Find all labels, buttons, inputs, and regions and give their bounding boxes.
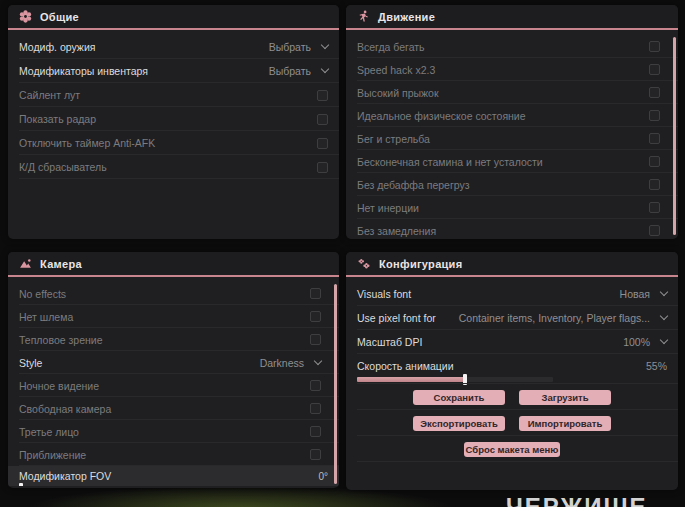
chevron-down-icon [660,336,668,344]
fov-value: 0° [318,471,328,482]
panel-general-header[interactable]: Общие [8,5,339,30]
checkbox[interactable] [310,311,321,322]
checkbox[interactable] [310,426,321,437]
row-silent-loot[interactable]: Сайлент лут [8,83,339,107]
row-no-effects[interactable]: No effects [8,282,339,305]
row-no-overload-debuff[interactable]: Без дебаффа перегруз [346,173,678,196]
row-label: Свободная камера [19,403,111,415]
checkbox[interactable] [317,114,328,125]
panel-movement: Движение Всегда бегать Speed hack x2.3 В… [346,5,678,239]
style-dropdown[interactable]: Darkness [260,357,321,369]
import-button[interactable]: Импортировать [519,416,611,431]
row-label: Без дебаффа перегруз [357,179,470,191]
checkbox[interactable] [649,64,660,75]
row-label: Показать радар [19,113,96,125]
flower-icon [19,10,32,23]
gears-icon [357,257,371,270]
checkbox[interactable] [649,110,660,121]
row-no-inertia[interactable]: Нет инерции [346,196,678,219]
slider-handle[interactable] [19,483,23,486]
row-infinite-stamina[interactable]: Бесконечная стамина и нет усталости [346,150,678,173]
checkbox[interactable] [310,380,321,391]
panel-movement-header[interactable]: Движение [346,5,678,30]
row-show-radar[interactable]: Показать радар [8,107,339,131]
row-high-jump[interactable]: Высокий прыжок [346,81,678,104]
checkbox[interactable] [317,90,328,101]
checkbox[interactable] [310,449,321,460]
row-pixel-font: Use pixel font for Container items, Inve… [346,306,678,330]
dpi-scale-dropdown[interactable]: 100% [623,336,667,348]
row-no-slowdown[interactable]: Без замедления [346,219,678,237]
row-label: Третье лицо [19,426,79,438]
row-label: Высокий прыжок [357,87,439,99]
row-label: Модификаторы инвентаря [19,65,148,77]
animation-speed-value: 55% [646,360,667,372]
checkbox[interactable] [310,403,321,414]
row-free-camera[interactable]: Свободная камера [8,397,339,420]
checkbox[interactable] [649,41,660,52]
checkbox[interactable] [317,162,328,173]
row-label: Модификатор FOV [19,470,111,482]
checkbox[interactable] [649,87,660,98]
checkbox[interactable] [649,202,660,213]
row-label: Бег и стрельба [357,133,430,145]
row-third-person[interactable]: Третье лицо [8,420,339,443]
row-zoom[interactable]: Приближение [8,443,339,466]
row-label: Бесконечная стамина и нет усталости [357,156,543,168]
visuals-font-dropdown[interactable]: Новая [620,288,667,300]
row-label: Нет шлема [19,311,73,323]
checkbox[interactable] [310,334,321,345]
row-run-and-shoot[interactable]: Бег и стрельба [346,127,678,150]
checkbox[interactable] [310,288,321,299]
panel-config-header[interactable]: Конфигурация [346,252,678,277]
runner-icon [357,10,370,23]
row-speed-hack[interactable]: Speed hack x2.3 [346,58,678,81]
checkbox[interactable] [317,138,328,149]
panel-general: Общие Модиф. оружия Выбрать Модификаторы… [8,5,339,239]
row-night-vision[interactable]: Ночное видение [8,374,339,397]
row-thermal-vision[interactable]: Тепловое зрение [8,328,339,351]
panel-title: Движение [378,11,435,23]
checkbox[interactable] [649,133,660,144]
mountain-photo-icon [19,257,32,270]
row-visuals-font: Visuals font Новая [346,282,678,306]
load-button[interactable]: Загрузить [519,390,611,405]
weapon-mod-dropdown[interactable]: Выбрать [269,41,328,53]
row-fov-modifier[interactable]: Модификатор FOV 0° [8,466,339,486]
panel-camera-header[interactable]: Камера [8,252,339,277]
scrollbar[interactable] [334,284,337,484]
row-label: Тепловое зрение [19,334,103,346]
row-always-run[interactable]: Всегда бегать [346,35,678,58]
save-button[interactable]: Сохранить [413,390,505,405]
pixel-font-dropdown[interactable]: Container items, Inventory, Player flags… [459,312,667,324]
dropdown-value: Выбрать [269,65,311,77]
row-perfect-condition[interactable]: Идеальное физическое состояние [346,104,678,127]
panel-config-body: Visuals font Новая Use pixel font for Co… [346,277,678,488]
config-buttons-row-2: Экспортировать Импортировать [346,410,678,436]
scrollbar[interactable] [673,37,676,235]
row-label: Ночное видение [19,380,99,392]
row-no-helmet[interactable]: Нет шлема [8,305,339,328]
row-cooldown-resetter[interactable]: К/Д сбрасыватель [8,155,339,179]
checkbox[interactable] [649,156,660,167]
dropdown-value: 100% [623,336,650,348]
row-label: Style [19,357,42,369]
watermark-text: ЧЕРЖИШЕ [506,493,648,507]
row-label: К/Д сбрасыватель [19,161,107,173]
config-buttons-row-3: Сброс макета меню [346,436,678,462]
row-anti-afk-timer[interactable]: Отключить таймер Anti-AFK [8,131,339,155]
animation-speed-slider[interactable] [357,377,553,382]
row-label: No effects [19,288,66,300]
checkbox[interactable] [649,179,660,190]
chevron-down-icon [321,65,329,73]
panel-movement-body: Всегда бегать Speed hack x2.3 Высокий пр… [346,30,678,237]
panel-title: Конфигурация [379,258,462,270]
export-button[interactable]: Экспортировать [413,416,505,431]
trainer-menu-screen: ЧЕРЖИШЕ Общие Модиф. оружия Выбрать Моди… [0,0,685,507]
inventory-mods-dropdown[interactable]: Выбрать [269,65,328,77]
checkbox[interactable] [649,225,660,236]
slider-fill [357,377,465,382]
reset-menu-layout-button[interactable]: Сброс макета меню [464,442,560,457]
row-label: Speed hack x2.3 [357,64,435,76]
panel-general-body: Модиф. оружия Выбрать Модификаторы инвен… [8,30,339,237]
